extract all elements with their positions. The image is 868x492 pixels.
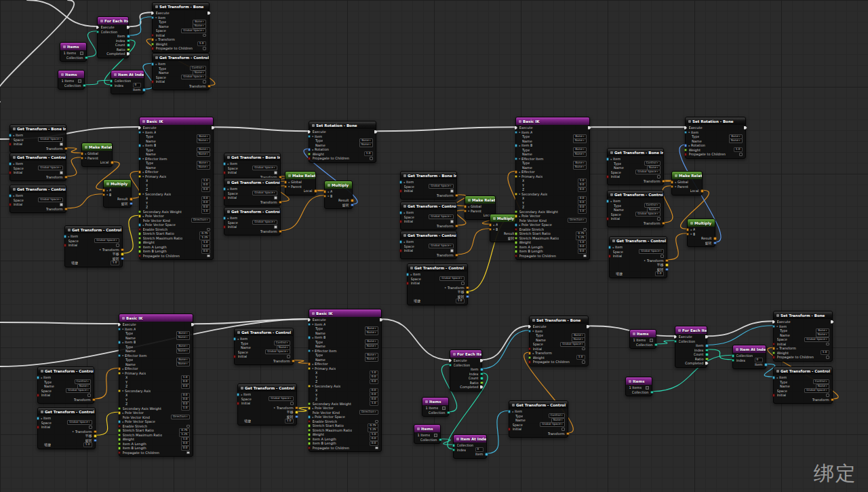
exec-pin-in[interactable] <box>449 359 452 362</box>
expander-icon[interactable]: ▸ <box>313 134 314 138</box>
expander-icon[interactable]: ▸ <box>519 144 521 147</box>
bool-pin-in[interactable] <box>118 425 121 428</box>
item-pin-out[interactable] <box>764 363 768 366</box>
exec-pin-in[interactable] <box>151 12 155 15</box>
checkbox[interactable] <box>450 249 454 252</box>
float-pin-in[interactable] <box>138 246 142 249</box>
checkbox[interactable] <box>461 282 465 285</box>
node-mul2[interactable]: Multiply▸A▸BResult旋转 <box>324 181 353 209</box>
node-fe3[interactable]: For Each ItemExecuteCollectionItemIndexC… <box>675 326 707 368</box>
int-pin-out[interactable] <box>480 373 484 376</box>
item-pin-in[interactable] <box>37 417 40 420</box>
transform-pin-in[interactable] <box>138 170 142 174</box>
node-bik3[interactable]: Basic IKExecute▸Item ATypeBone▾NameNone▾… <box>119 314 193 457</box>
item-pin-in[interactable] <box>118 341 121 344</box>
node-header[interactable]: Get Transform - Bone Initial <box>10 125 66 132</box>
node-header[interactable]: Get Transform - Control <box>408 264 467 271</box>
exec-pin-out[interactable] <box>127 26 130 29</box>
item-pin-in[interactable] <box>515 131 518 134</box>
expander-icon[interactable]: ▸ <box>689 130 690 134</box>
vector-pin-in[interactable] <box>308 367 311 371</box>
expander-icon[interactable]: ▸ <box>445 286 446 289</box>
item-pin-in[interactable] <box>399 211 403 214</box>
transform-pin-out[interactable] <box>665 259 669 263</box>
node-header[interactable]: For Each Item <box>675 326 707 334</box>
item-pin-in[interactable] <box>772 376 776 379</box>
item-pin-in[interactable] <box>308 336 311 339</box>
expander-icon[interactable]: ▸ <box>644 259 646 262</box>
node-gtbi1[interactable]: Get Transform - Bone Initial▸ItemSpaceGl… <box>9 124 66 153</box>
bool-pin-in[interactable] <box>9 203 12 206</box>
expander-icon[interactable]: ▸ <box>289 181 290 184</box>
vector-pin-in[interactable] <box>138 214 142 218</box>
items-chip[interactable] <box>646 386 649 390</box>
float-pin-in[interactable] <box>151 43 155 46</box>
item-pin-in[interactable] <box>9 194 12 197</box>
expander-icon[interactable]: ▸ <box>519 174 521 178</box>
item-pin-out[interactable] <box>142 88 146 92</box>
expander-icon[interactable]: ▸ <box>156 62 157 66</box>
node-gtc_t[interactable]: Get Transform - Control▸ItemTypeControl▾… <box>152 53 210 90</box>
bool-pin-in[interactable] <box>151 80 155 83</box>
node-fe1[interactable]: For Each ItemExecuteCollectionItemIndexC… <box>97 16 129 58</box>
float-pin-in[interactable] <box>308 402 311 406</box>
node-gtc9[interactable]: Get Transform - Control▸ItemTypeControl▾… <box>234 328 294 365</box>
expander-icon[interactable]: ▸ <box>123 411 124 415</box>
node-header[interactable]: Item At Index <box>111 71 144 78</box>
rotation-pin-out[interactable] <box>466 295 469 299</box>
checkbox[interactable] <box>739 153 743 156</box>
expander-icon[interactable]: ▸ <box>241 393 243 396</box>
int-pin-out[interactable] <box>705 353 709 356</box>
transform-pin-out[interactable] <box>455 194 458 197</box>
checkbox[interactable] <box>60 143 63 146</box>
expander-icon[interactable]: ▸ <box>85 152 87 155</box>
node-gtc12[interactable]: Get Transform - Control▸ItemTypeControl▾… <box>773 366 833 404</box>
expander-icon[interactable]: ▸ <box>14 162 15 166</box>
checkbox[interactable] <box>186 451 190 455</box>
node-header[interactable]: Get Transform - Control <box>153 54 209 61</box>
expander-icon[interactable]: ▸ <box>513 410 514 413</box>
vector-pin-in[interactable] <box>138 193 142 196</box>
exec-pin-out[interactable] <box>705 362 709 365</box>
item-pin-in[interactable] <box>9 134 12 137</box>
transform-pin-out[interactable] <box>292 360 295 363</box>
bool-pin-in[interactable] <box>151 34 155 37</box>
bool-pin-in[interactable] <box>606 175 610 178</box>
transform-pin-in[interactable] <box>81 157 84 160</box>
node-gtc6[interactable]: Get Transform - Control▸ItemSpaceGlobal … <box>609 236 667 278</box>
item-pin-out[interactable] <box>705 344 709 347</box>
bool-pin-in[interactable] <box>515 254 518 258</box>
item-pin-in[interactable] <box>9 162 12 166</box>
expander-icon[interactable]: ▸ <box>68 235 70 238</box>
node-iai3[interactable]: Item At IndexCollectionIndex0Item <box>732 345 766 369</box>
checkbox[interactable] <box>370 157 373 160</box>
checkbox[interactable] <box>660 254 664 258</box>
item-pin-in[interactable] <box>237 393 240 396</box>
transform-pin-out[interactable] <box>279 201 282 204</box>
node-header[interactable]: Get Transform - Bone Initial <box>401 172 456 179</box>
expander-icon[interactable]: ▸ <box>689 144 690 147</box>
transform-pin-in[interactable] <box>528 352 532 355</box>
item-pin-in[interactable] <box>508 410 511 413</box>
node-bik4[interactable]: Basic IKExecute▸Item ATypeBone▾NameNone▾… <box>309 309 382 452</box>
bool-pin-in[interactable] <box>223 225 226 229</box>
collection-pin-out[interactable] <box>83 84 86 88</box>
node-header[interactable]: For Each Item <box>98 17 128 24</box>
transform-pin-out[interactable] <box>351 199 354 202</box>
vector-pin-out[interactable] <box>121 252 124 256</box>
vector-pin-out[interactable] <box>94 434 97 438</box>
float-pin-in[interactable] <box>684 149 688 152</box>
number-field[interactable]: 1.0 <box>285 419 294 423</box>
expander-icon[interactable]: ▸ <box>73 430 74 433</box>
collection-pin-out[interactable] <box>447 411 450 415</box>
item-pin-in[interactable] <box>399 240 403 244</box>
node-gtci1[interactable]: Get Transform - Control Initial▸ItemSpac… <box>9 153 66 181</box>
checkbox[interactable] <box>582 360 585 364</box>
expander-icon[interactable]: ▸ <box>85 156 87 159</box>
node-mul1[interactable]: Multiply▸A▸BResult旋转 <box>103 179 132 208</box>
expander-icon[interactable]: ▸ <box>313 148 314 151</box>
rotation-pin-out[interactable] <box>713 242 717 245</box>
transform-pin-out[interactable] <box>64 147 68 151</box>
bool-pin-in[interactable] <box>515 228 518 231</box>
expander-icon[interactable]: ▸ <box>313 349 314 352</box>
